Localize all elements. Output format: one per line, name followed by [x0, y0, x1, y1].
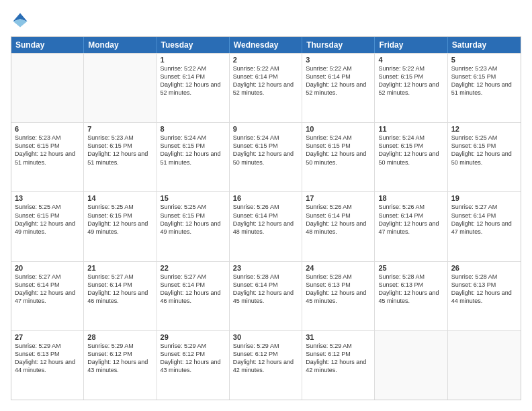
calendar-cell: 21 Sunrise: 5:27 AMSunset: 6:14 PMDaylig…: [84, 262, 157, 330]
day-number: 16: [233, 194, 298, 202]
cell-info: Sunrise: 5:27 AMSunset: 6:14 PMDaylight:…: [161, 273, 226, 306]
cell-info: Sunrise: 5:28 AMSunset: 6:13 PMDaylight:…: [378, 273, 443, 306]
calendar-cell: 20 Sunrise: 5:27 AMSunset: 6:14 PMDaylig…: [11, 262, 84, 330]
calendar-row: 13 Sunrise: 5:25 AMSunset: 6:15 PMDaylig…: [11, 191, 521, 261]
calendar: SundayMondayTuesdayWednesdayThursdayFrid…: [11, 36, 521, 400]
day-number: 13: [15, 194, 80, 202]
calendar-cell: 7 Sunrise: 5:23 AMSunset: 6:15 PMDayligh…: [84, 123, 157, 191]
cell-info: Sunrise: 5:29 AMSunset: 6:12 PMDaylight:…: [306, 342, 371, 375]
day-number: 15: [161, 194, 226, 202]
calendar-cell: 10 Sunrise: 5:24 AMSunset: 6:15 PMDaylig…: [302, 123, 375, 191]
day-number: 2: [233, 56, 298, 64]
calendar-cell: 31 Sunrise: 5:29 AMSunset: 6:12 PMDaylig…: [302, 331, 375, 400]
cell-info: Sunrise: 5:22 AMSunset: 6:15 PMDaylight:…: [378, 64, 443, 97]
calendar-header: SundayMondayTuesdayWednesdayThursdayFrid…: [11, 37, 521, 53]
day-number: 22: [161, 264, 226, 272]
cell-info: Sunrise: 5:25 AMSunset: 6:15 PMDaylight:…: [15, 203, 80, 236]
calendar-cell: 11 Sunrise: 5:24 AMSunset: 6:15 PMDaylig…: [375, 123, 447, 191]
calendar-cell: 28 Sunrise: 5:29 AMSunset: 6:12 PMDaylig…: [84, 331, 157, 400]
logo-icon: [11, 11, 30, 30]
calendar-cell: 30 Sunrise: 5:29 AMSunset: 6:12 PMDaylig…: [230, 331, 302, 400]
cell-info: Sunrise: 5:28 AMSunset: 6:13 PMDaylight:…: [451, 273, 517, 306]
day-number: 14: [87, 194, 152, 202]
day-number: 12: [451, 125, 517, 133]
cell-info: Sunrise: 5:29 AMSunset: 6:13 PMDaylight:…: [15, 342, 80, 375]
calendar-cell: 18 Sunrise: 5:26 AMSunset: 6:14 PMDaylig…: [375, 192, 447, 261]
cell-info: Sunrise: 5:29 AMSunset: 6:12 PMDaylight:…: [233, 342, 298, 375]
day-number: 7: [87, 125, 152, 133]
cell-info: Sunrise: 5:23 AMSunset: 6:15 PMDaylight:…: [451, 64, 517, 97]
calendar-body: 1 Sunrise: 5:22 AMSunset: 6:14 PMDayligh…: [11, 53, 521, 400]
cell-info: Sunrise: 5:27 AMSunset: 6:14 PMDaylight:…: [87, 273, 152, 306]
day-number: 29: [161, 333, 226, 341]
cell-info: Sunrise: 5:23 AMSunset: 6:15 PMDaylight:…: [15, 134, 80, 167]
cell-info: Sunrise: 5:25 AMSunset: 6:15 PMDaylight:…: [451, 134, 517, 167]
calendar-row: 1 Sunrise: 5:22 AMSunset: 6:14 PMDayligh…: [11, 53, 521, 122]
calendar-header-cell: Saturday: [448, 37, 521, 53]
cell-info: Sunrise: 5:22 AMSunset: 6:14 PMDaylight:…: [306, 64, 371, 97]
cell-info: Sunrise: 5:25 AMSunset: 6:15 PMDaylight:…: [161, 203, 226, 236]
day-number: 31: [306, 333, 371, 341]
calendar-cell: 25 Sunrise: 5:28 AMSunset: 6:13 PMDaylig…: [375, 262, 447, 330]
calendar-cell: [375, 331, 447, 400]
day-number: 6: [15, 125, 80, 133]
calendar-cell: [448, 331, 521, 400]
cell-info: Sunrise: 5:22 AMSunset: 6:14 PMDaylight:…: [161, 64, 226, 97]
cell-info: Sunrise: 5:24 AMSunset: 6:15 PMDaylight:…: [161, 134, 226, 167]
cell-info: Sunrise: 5:22 AMSunset: 6:14 PMDaylight:…: [233, 64, 298, 97]
cell-info: Sunrise: 5:24 AMSunset: 6:15 PMDaylight:…: [306, 134, 371, 167]
cell-info: Sunrise: 5:27 AMSunset: 6:14 PMDaylight:…: [451, 203, 517, 236]
calendar-cell: 23 Sunrise: 5:28 AMSunset: 6:14 PMDaylig…: [230, 262, 302, 330]
calendar-cell: 22 Sunrise: 5:27 AMSunset: 6:14 PMDaylig…: [157, 262, 230, 330]
cell-info: Sunrise: 5:25 AMSunset: 6:15 PMDaylight:…: [87, 203, 152, 236]
calendar-cell: 17 Sunrise: 5:26 AMSunset: 6:14 PMDaylig…: [302, 192, 375, 261]
day-number: 24: [306, 264, 371, 272]
cell-info: Sunrise: 5:28 AMSunset: 6:14 PMDaylight:…: [233, 273, 298, 306]
day-number: 30: [233, 333, 298, 341]
calendar-cell: 9 Sunrise: 5:24 AMSunset: 6:15 PMDayligh…: [230, 123, 302, 191]
day-number: 23: [233, 264, 298, 272]
calendar-cell: 12 Sunrise: 5:25 AMSunset: 6:15 PMDaylig…: [448, 123, 521, 191]
day-number: 27: [15, 333, 80, 341]
day-number: 20: [15, 264, 80, 272]
calendar-cell: 16 Sunrise: 5:26 AMSunset: 6:14 PMDaylig…: [230, 192, 302, 261]
calendar-header-cell: Tuesday: [157, 37, 230, 53]
day-number: 1: [161, 56, 226, 64]
day-number: 8: [161, 125, 226, 133]
cell-info: Sunrise: 5:26 AMSunset: 6:14 PMDaylight:…: [378, 203, 443, 236]
calendar-cell: 6 Sunrise: 5:23 AMSunset: 6:15 PMDayligh…: [11, 123, 84, 191]
calendar-cell: 1 Sunrise: 5:22 AMSunset: 6:14 PMDayligh…: [157, 54, 230, 122]
logo: [11, 11, 32, 30]
day-number: 5: [451, 56, 517, 64]
cell-info: Sunrise: 5:26 AMSunset: 6:14 PMDaylight:…: [233, 203, 298, 236]
calendar-cell: 13 Sunrise: 5:25 AMSunset: 6:15 PMDaylig…: [11, 192, 84, 261]
day-number: 10: [306, 125, 371, 133]
day-number: 26: [451, 264, 517, 272]
calendar-cell: 8 Sunrise: 5:24 AMSunset: 6:15 PMDayligh…: [157, 123, 230, 191]
calendar-cell: 3 Sunrise: 5:22 AMSunset: 6:14 PMDayligh…: [302, 54, 375, 122]
calendar-header-cell: Sunday: [11, 37, 84, 53]
day-number: 28: [87, 333, 152, 341]
day-number: 4: [378, 56, 443, 64]
calendar-cell: 5 Sunrise: 5:23 AMSunset: 6:15 PMDayligh…: [448, 54, 521, 122]
calendar-row: 20 Sunrise: 5:27 AMSunset: 6:14 PMDaylig…: [11, 261, 521, 330]
cell-info: Sunrise: 5:28 AMSunset: 6:13 PMDaylight:…: [306, 273, 371, 306]
day-number: 18: [378, 194, 443, 202]
day-number: 17: [306, 194, 371, 202]
calendar-cell: 27 Sunrise: 5:29 AMSunset: 6:13 PMDaylig…: [11, 331, 84, 400]
day-number: 21: [87, 264, 152, 272]
calendar-row: 6 Sunrise: 5:23 AMSunset: 6:15 PMDayligh…: [11, 122, 521, 191]
calendar-header-cell: Thursday: [302, 37, 375, 53]
day-number: 9: [233, 125, 298, 133]
day-number: 3: [306, 56, 371, 64]
day-number: 19: [451, 194, 517, 202]
calendar-cell: 26 Sunrise: 5:28 AMSunset: 6:13 PMDaylig…: [448, 262, 521, 330]
calendar-cell: [11, 54, 84, 122]
calendar-cell: 29 Sunrise: 5:29 AMSunset: 6:12 PMDaylig…: [157, 331, 230, 400]
page: SundayMondayTuesdayWednesdayThursdayFrid…: [0, 0, 532, 411]
calendar-cell: 2 Sunrise: 5:22 AMSunset: 6:14 PMDayligh…: [230, 54, 302, 122]
calendar-cell: 24 Sunrise: 5:28 AMSunset: 6:13 PMDaylig…: [302, 262, 375, 330]
calendar-cell: 4 Sunrise: 5:22 AMSunset: 6:15 PMDayligh…: [375, 54, 447, 122]
day-number: 25: [378, 264, 443, 272]
cell-info: Sunrise: 5:23 AMSunset: 6:15 PMDaylight:…: [87, 134, 152, 167]
